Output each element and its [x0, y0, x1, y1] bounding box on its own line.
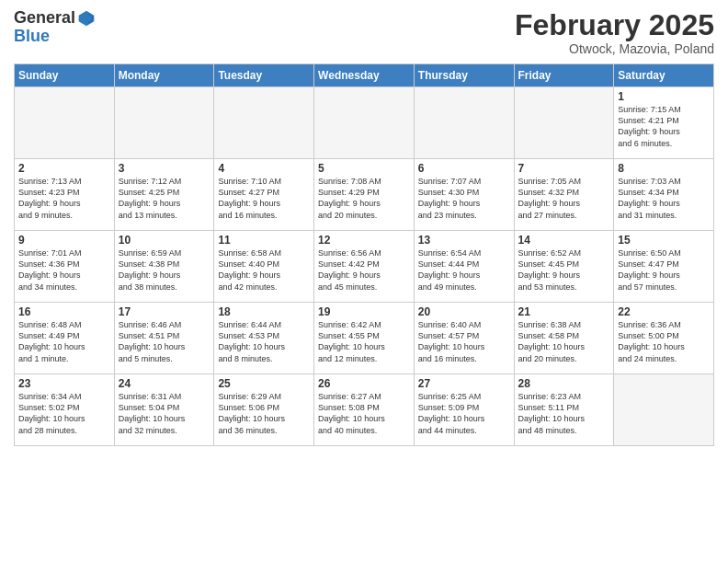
day-number: 24 [119, 377, 210, 390]
title-block: February 2025 Otwock, Mazovia, Poland [515, 9, 714, 56]
day-info: Sunrise: 6:56 AM Sunset: 4:42 PM Dayligh… [318, 247, 410, 293]
day-number: 17 [119, 305, 210, 318]
day-info: Sunrise: 6:23 AM Sunset: 5:11 PM Dayligh… [518, 391, 610, 436]
day-number: 12 [318, 234, 410, 247]
day-info: Sunrise: 7:13 AM Sunset: 4:23 PM Dayligh… [18, 176, 110, 221]
day-info: Sunrise: 6:36 AM Sunset: 5:00 PM Dayligh… [618, 319, 710, 364]
day-info: Sunrise: 7:07 AM Sunset: 4:30 PM Dayligh… [418, 176, 510, 221]
calendar-cell: 13Sunrise: 6:54 AM Sunset: 4:44 PM Dayli… [414, 231, 514, 303]
calendar-cell: 4Sunrise: 7:10 AM Sunset: 4:27 PM Daylig… [214, 159, 314, 231]
calendar-cell [15, 87, 115, 159]
calendar-cell [314, 87, 415, 159]
calendar-cell: 2Sunrise: 7:13 AM Sunset: 4:23 PM Daylig… [15, 159, 115, 231]
day-number: 11 [218, 234, 310, 247]
calendar-cell [114, 87, 214, 159]
calendar-cell: 15Sunrise: 6:50 AM Sunset: 4:47 PM Dayli… [614, 231, 714, 303]
calendar-week-3: 9Sunrise: 7:01 AM Sunset: 4:36 PM Daylig… [15, 231, 714, 303]
day-number: 5 [318, 162, 410, 175]
logo: General Blue [14, 9, 96, 46]
subtitle: Otwock, Mazovia, Poland [515, 41, 714, 56]
calendar-cell: 5Sunrise: 7:08 AM Sunset: 4:29 PM Daylig… [314, 159, 415, 231]
day-number: 8 [618, 162, 710, 175]
day-info: Sunrise: 6:58 AM Sunset: 4:40 PM Dayligh… [218, 247, 310, 293]
col-friday: Friday [514, 64, 614, 87]
calendar-cell [214, 87, 314, 159]
day-info: Sunrise: 6:25 AM Sunset: 5:09 PM Dayligh… [418, 391, 510, 436]
calendar-cell: 27Sunrise: 6:25 AM Sunset: 5:09 PM Dayli… [414, 374, 514, 446]
calendar-cell: 11Sunrise: 6:58 AM Sunset: 4:40 PM Dayli… [214, 231, 314, 303]
col-sunday: Sunday [15, 64, 115, 87]
calendar-cell: 21Sunrise: 6:38 AM Sunset: 4:58 PM Dayli… [514, 303, 614, 374]
day-number: 13 [418, 234, 510, 247]
logo-icon [77, 9, 96, 28]
day-number: 15 [618, 234, 710, 247]
day-info: Sunrise: 6:54 AM Sunset: 4:44 PM Dayligh… [418, 247, 510, 293]
calendar-cell: 25Sunrise: 6:29 AM Sunset: 5:06 PM Dayli… [214, 374, 314, 446]
day-info: Sunrise: 6:40 AM Sunset: 4:57 PM Dayligh… [418, 319, 510, 364]
day-info: Sunrise: 6:44 AM Sunset: 4:53 PM Dayligh… [218, 319, 310, 364]
day-number: 7 [518, 162, 610, 175]
calendar-cell: 17Sunrise: 6:46 AM Sunset: 4:51 PM Dayli… [114, 303, 214, 374]
calendar-cell: 22Sunrise: 6:36 AM Sunset: 5:00 PM Dayli… [614, 303, 714, 374]
day-number: 23 [18, 377, 110, 390]
calendar-header-row: Sunday Monday Tuesday Wednesday Thursday… [15, 64, 714, 87]
calendar-cell: 1Sunrise: 7:15 AM Sunset: 4:21 PM Daylig… [614, 87, 714, 159]
calendar-cell: 24Sunrise: 6:31 AM Sunset: 5:04 PM Dayli… [114, 374, 214, 446]
calendar-cell: 16Sunrise: 6:48 AM Sunset: 4:49 PM Dayli… [15, 303, 115, 374]
day-info: Sunrise: 7:05 AM Sunset: 4:32 PM Dayligh… [518, 176, 610, 221]
calendar-cell: 10Sunrise: 6:59 AM Sunset: 4:38 PM Dayli… [114, 231, 214, 303]
col-saturday: Saturday [614, 64, 714, 87]
calendar-cell: 8Sunrise: 7:03 AM Sunset: 4:34 PM Daylig… [614, 159, 714, 231]
day-number: 19 [318, 305, 410, 318]
month-title: February 2025 [515, 9, 714, 41]
calendar-week-5: 23Sunrise: 6:34 AM Sunset: 5:02 PM Dayli… [15, 374, 714, 446]
calendar-cell: 6Sunrise: 7:07 AM Sunset: 4:30 PM Daylig… [414, 159, 514, 231]
calendar-cell: 26Sunrise: 6:27 AM Sunset: 5:08 PM Dayli… [314, 374, 415, 446]
calendar-cell [414, 87, 514, 159]
day-number: 27 [418, 377, 510, 390]
col-tuesday: Tuesday [214, 64, 314, 87]
day-info: Sunrise: 7:15 AM Sunset: 4:21 PM Dayligh… [618, 104, 710, 149]
calendar-week-2: 2Sunrise: 7:13 AM Sunset: 4:23 PM Daylig… [15, 159, 714, 231]
day-number: 3 [119, 162, 210, 175]
day-number: 28 [518, 377, 610, 390]
day-number: 14 [518, 234, 610, 247]
day-info: Sunrise: 6:29 AM Sunset: 5:06 PM Dayligh… [218, 391, 310, 436]
day-info: Sunrise: 6:38 AM Sunset: 4:58 PM Dayligh… [518, 319, 610, 364]
day-number: 9 [18, 234, 110, 247]
day-number: 26 [318, 377, 410, 390]
day-number: 10 [119, 234, 210, 247]
day-info: Sunrise: 6:34 AM Sunset: 5:02 PM Dayligh… [18, 391, 110, 436]
header-row: General Blue February 2025 Otwock, Mazov… [14, 9, 714, 56]
calendar-cell: 12Sunrise: 6:56 AM Sunset: 4:42 PM Dayli… [314, 231, 415, 303]
day-info: Sunrise: 6:46 AM Sunset: 4:51 PM Dayligh… [119, 319, 210, 364]
calendar-week-1: 1Sunrise: 7:15 AM Sunset: 4:21 PM Daylig… [15, 87, 714, 159]
day-info: Sunrise: 6:50 AM Sunset: 4:47 PM Dayligh… [618, 247, 710, 293]
day-info: Sunrise: 7:10 AM Sunset: 4:27 PM Dayligh… [218, 176, 310, 221]
calendar-cell: 3Sunrise: 7:12 AM Sunset: 4:25 PM Daylig… [114, 159, 214, 231]
calendar-week-4: 16Sunrise: 6:48 AM Sunset: 4:49 PM Dayli… [15, 303, 714, 374]
calendar-cell [614, 374, 714, 446]
day-number: 2 [18, 162, 110, 175]
day-info: Sunrise: 6:31 AM Sunset: 5:04 PM Dayligh… [119, 391, 210, 436]
day-number: 22 [618, 305, 710, 318]
day-info: Sunrise: 6:42 AM Sunset: 4:55 PM Dayligh… [318, 319, 410, 364]
calendar-cell: 9Sunrise: 7:01 AM Sunset: 4:36 PM Daylig… [15, 231, 115, 303]
day-info: Sunrise: 6:52 AM Sunset: 4:45 PM Dayligh… [518, 247, 610, 293]
calendar-cell: 7Sunrise: 7:05 AM Sunset: 4:32 PM Daylig… [514, 159, 614, 231]
page-container: General Blue February 2025 Otwock, Mazov… [0, 0, 728, 451]
day-info: Sunrise: 7:12 AM Sunset: 4:25 PM Dayligh… [119, 176, 210, 221]
day-number: 1 [618, 90, 710, 103]
col-monday: Monday [114, 64, 214, 87]
day-info: Sunrise: 7:03 AM Sunset: 4:34 PM Dayligh… [618, 176, 710, 221]
day-info: Sunrise: 6:59 AM Sunset: 4:38 PM Dayligh… [119, 247, 210, 293]
col-thursday: Thursday [414, 64, 514, 87]
calendar-cell: 19Sunrise: 6:42 AM Sunset: 4:55 PM Dayli… [314, 303, 415, 374]
logo-general: General [14, 9, 75, 28]
day-info: Sunrise: 6:27 AM Sunset: 5:08 PM Dayligh… [318, 391, 410, 436]
day-info: Sunrise: 7:01 AM Sunset: 4:36 PM Dayligh… [18, 247, 110, 293]
day-number: 6 [418, 162, 510, 175]
day-number: 25 [218, 377, 310, 390]
day-info: Sunrise: 7:08 AM Sunset: 4:29 PM Dayligh… [318, 176, 410, 221]
logo-blue: Blue [14, 27, 50, 45]
